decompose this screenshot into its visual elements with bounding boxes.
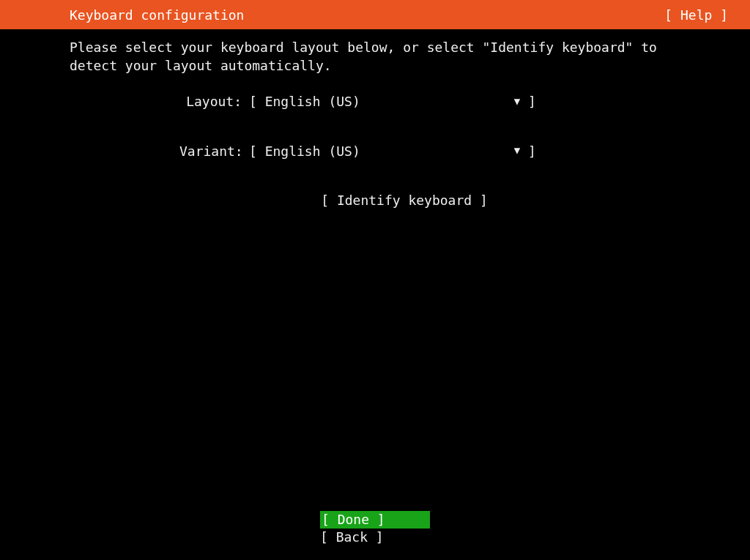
variant-value: English (US) (265, 142, 514, 160)
main-content: Please select your keyboard layout below… (0, 29, 750, 209)
layout-label: Layout: (179, 92, 249, 111)
header-bar: Keyboard configuration [ Help ] (0, 0, 750, 29)
layout-select[interactable]: [ English (US) ▼ ] (249, 92, 536, 111)
variant-select[interactable]: [ English (US) ▼ ] (249, 142, 536, 160)
instructions-text: Please select your keyboard layout below… (70, 38, 680, 75)
footer-buttons: [ Done ] [ Back ] (0, 511, 750, 545)
variant-label: Variant: (179, 142, 249, 160)
identify-row: [ Identify keyboard ] (70, 191, 680, 209)
layout-bracket-close: ] (520, 92, 536, 111)
chevron-down-icon: ▼ (514, 143, 520, 158)
done-button[interactable]: [ Done ] (320, 511, 430, 528)
back-button[interactable]: [ Back ] (320, 529, 430, 545)
variant-bracket-close: ] (520, 142, 536, 160)
layout-bracket-open: [ (249, 92, 265, 111)
identify-keyboard-button[interactable]: [ Identify keyboard ] (321, 193, 488, 208)
variant-bracket-open: [ (249, 142, 265, 160)
layout-row: Layout: [ English (US) ▼ ] (70, 92, 680, 111)
page-title: Keyboard configuration (70, 7, 244, 23)
chevron-down-icon: ▼ (514, 94, 520, 109)
help-button[interactable]: [ Help ] (664, 7, 728, 23)
layout-value: English (US) (265, 92, 514, 111)
variant-row: Variant: [ English (US) ▼ ] (70, 142, 680, 160)
